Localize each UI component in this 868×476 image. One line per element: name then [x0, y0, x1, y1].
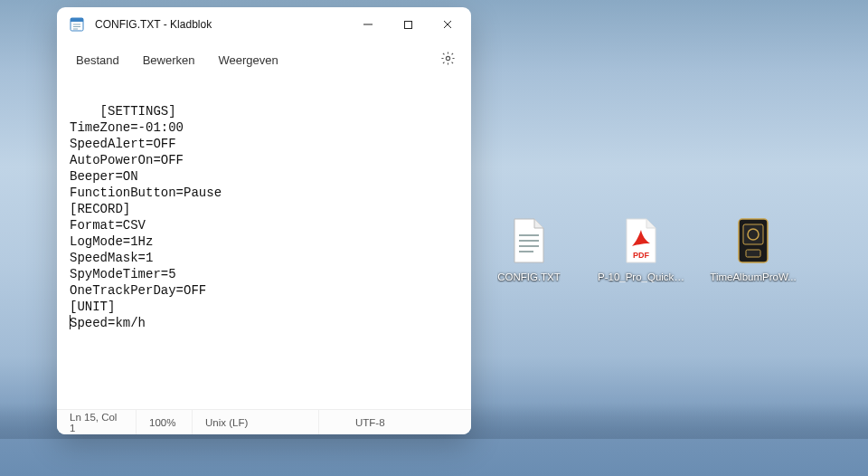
menu-view[interactable]: Weergeven [207, 46, 290, 74]
window-title: CONFIG.TXT - Kladblok [95, 18, 212, 31]
maximize-button[interactable] [388, 11, 428, 38]
svg-rect-10 [71, 18, 83, 22]
desktop-icon-pdf[interactable]: PDF P-10_Pro_Quickst... [600, 215, 682, 282]
minimize-button[interactable] [348, 11, 388, 38]
status-line-ending[interactable]: Unix (LF) [193, 410, 319, 434]
desktop-icon-label: TimeAlbumProW... [710, 271, 796, 282]
status-cursor-position: Ln 15, Col 1 [57, 410, 137, 434]
menu-file[interactable]: Bestand [64, 46, 131, 74]
svg-point-18 [446, 56, 449, 60]
menu-edit[interactable]: Bewerken [131, 46, 207, 74]
device-app-icon [730, 215, 777, 266]
txt-file-icon [505, 215, 552, 266]
svg-rect-15 [404, 21, 411, 28]
text-caret [70, 315, 71, 329]
notepad-app-icon [70, 17, 84, 32]
desktop-icon-label: CONFIG.TXT [497, 271, 561, 282]
svg-text:PDF: PDF [633, 251, 650, 260]
svg-rect-8 [746, 250, 760, 257]
settings-button[interactable] [431, 46, 464, 73]
gear-icon [440, 51, 456, 69]
status-encoding[interactable]: UTF-8 [319, 410, 471, 434]
desktop-icon-app[interactable]: TimeAlbumProW... [712, 215, 794, 282]
pdf-file-icon: PDF [618, 215, 665, 266]
close-button[interactable] [428, 11, 467, 38]
notepad-window: CONFIG.TXT - Kladblok Bestand Bewerken W… [57, 7, 471, 434]
editor-content: [SETTINGS] TimeZone=-01:00 SpeedAlert=OF… [70, 104, 222, 330]
menubar: Bestand Bewerken Weergeven [57, 42, 471, 78]
statusbar: Ln 15, Col 1 100% Unix (LF) UTF-8 [57, 409, 471, 434]
desktop-icon-config-txt[interactable]: CONFIG.TXT [488, 215, 570, 282]
desktop-icons: CONFIG.TXT PDF P-10_Pro_Quickst... TimeA… [488, 215, 794, 282]
desktop-icon-label: P-10_Pro_Quickst... [598, 271, 684, 282]
titlebar[interactable]: CONFIG.TXT - Kladblok [57, 7, 471, 42]
status-zoom[interactable]: 100% [137, 410, 193, 434]
text-editor[interactable]: [SETTINGS] TimeZone=-01:00 SpeedAlert=OF… [57, 78, 471, 409]
svg-rect-6 [743, 224, 763, 244]
